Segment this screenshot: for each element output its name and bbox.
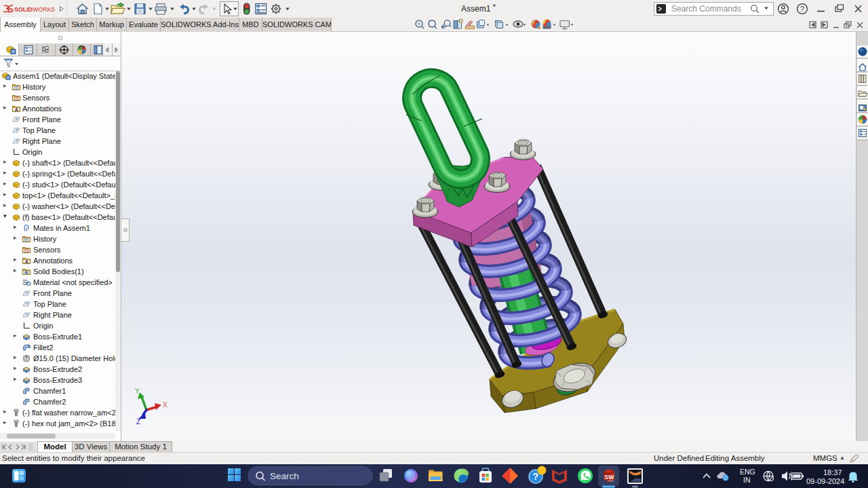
svg-text:SOLIDWORKS: SOLIDWORKS [14, 6, 55, 13]
svg-text:Search Commands: Search Commands [671, 4, 741, 14]
svg-text:Y: Y [135, 388, 140, 395]
svg-text:Z: Z [136, 418, 140, 426]
svg-text:Search: Search [270, 471, 299, 481]
svg-text:X: X [163, 401, 167, 409]
svg-text:2021: 2021 [608, 479, 614, 483]
svg-text:?: ? [533, 471, 539, 482]
svg-text:Assem1 *: Assem1 * [461, 3, 496, 14]
svg-text:IN: IN [743, 476, 751, 484]
svg-text:ENG: ENG [740, 468, 755, 476]
svg-text:?: ? [800, 5, 804, 13]
svg-text:09-09-2024: 09-09-2024 [806, 477, 844, 485]
svg-text:18:37: 18:37 [823, 468, 842, 476]
